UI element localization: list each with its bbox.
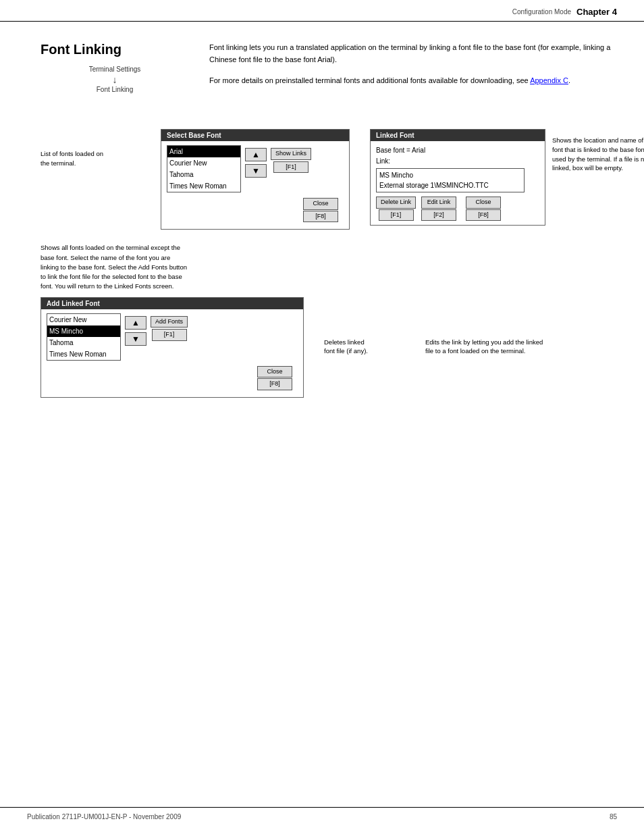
linked-font-section: Linked Font Base font = Arial Link: MS M… [370, 129, 644, 226]
select-base-close-key: [F8] [303, 211, 338, 223]
delete-link-button[interactable]: Delete Link [376, 197, 416, 209]
linked-font-body: Base font = Arial Link: MS Mincho Extern… [371, 141, 545, 225]
page-footer: Publication 2711P-UM001J-EN-P - November… [0, 807, 644, 820]
breadcrumb-arrow: ↓ [113, 75, 117, 84]
breadcrumb: Terminal Settings ↓ Font Linking [41, 64, 189, 95]
header-config-mode-label: Configuration Mode [512, 8, 571, 16]
delete-link-key: [F1] [379, 209, 414, 221]
base-font-label: Base font = Arial [376, 145, 539, 156]
show-links-key: [F1] [273, 161, 308, 174]
page-header: Configuration Mode Chapter 4 [0, 0, 644, 22]
page-title: Font Linking [41, 42, 189, 57]
edit-link-button[interactable]: Edit Link [421, 197, 456, 209]
bottom-annotation-row: Deletes linked font file (if any). Edits… [324, 338, 617, 357]
diagram-section: List of fonts loaded on the terminal. Se… [41, 129, 617, 398]
annotation-delete-link: Deletes linked font file (if any). [324, 338, 412, 357]
annotation-shows-all-fonts-row: Shows all fonts loaded on the terminal e… [41, 243, 617, 291]
appendix-c-link[interactable]: Appendix C [530, 76, 568, 84]
base-font-list[interactable]: Arial Courier New Tahoma Times New Roman [167, 145, 241, 192]
add-fonts-group: Add Fonts [F1] [151, 316, 188, 341]
annotation-shows-all-fonts: Shows all fonts loaded on the terminal e… [41, 243, 270, 291]
linked-font-box: Linked Font Base font = Arial Link: MS M… [370, 129, 545, 226]
add-linked-font-title: Add Linked Font [41, 298, 303, 309]
base-font-item-courier[interactable]: Courier New [167, 157, 240, 169]
linked-font-content: Base font = Arial Link: MS Mincho Extern… [376, 145, 539, 192]
linked-close-key: [F8] [466, 209, 501, 221]
add-linked-font-row: Courier New MS Mincho Tahoma Times New R… [47, 313, 298, 361]
intro-paragraph-2: For more details on preinstalled termina… [209, 75, 617, 87]
bottom-row: Add Linked Font Courier New MS Mincho Ta… [41, 297, 617, 398]
add-font-item-times[interactable]: Times New Roman [47, 348, 120, 360]
base-font-up-arrow[interactable]: ▲ [245, 148, 267, 161]
select-base-close-button[interactable]: Close [303, 198, 338, 210]
add-font-item-tahoma[interactable]: Tahoma [47, 337, 120, 348]
show-links-group: Show Links [F1] [271, 148, 311, 173]
add-linked-up-arrow[interactable]: ▲ [125, 316, 146, 330]
header-chapter-label: Chapter 4 [576, 7, 617, 17]
bottom-annotations: Deletes linked font file (if any). Edits… [324, 297, 617, 357]
add-font-item-msmincho[interactable]: MS Mincho [47, 325, 120, 337]
add-fonts-button[interactable]: Add Fonts [151, 316, 188, 328]
link-label: Link: [376, 156, 539, 167]
linked-font-buttons: Delete Link [F1] Edit Link [F2] Close [F… [376, 197, 539, 221]
add-linked-font-body: Courier New MS Mincho Tahoma Times New R… [41, 309, 303, 397]
select-base-font-title: Select Base Font [161, 130, 349, 141]
main-content: Font Linking Terminal Settings ↓ Font Li… [0, 22, 644, 136]
base-font-item-times[interactable]: Times New Roman [167, 180, 240, 192]
base-font-item-arial[interactable]: Arial [167, 146, 240, 157]
breadcrumb-parent: Terminal Settings [89, 64, 141, 75]
left-column: Font Linking Terminal Settings ↓ Font Li… [41, 42, 189, 109]
add-font-item-courier[interactable]: Courier New [47, 314, 120, 325]
select-base-font-row: Arial Courier New Tahoma Times New Roman… [167, 145, 344, 192]
add-linked-close-button[interactable]: Close [257, 366, 292, 378]
add-linked-font-box: Add Linked Font Courier New MS Mincho Ta… [41, 297, 304, 398]
annotation-font-list: List of fonts loaded on the terminal. [41, 129, 155, 168]
add-linked-font-arrows: ▲ ▼ [125, 316, 146, 346]
page-number: 85 [610, 813, 617, 820]
linked-font-path: MS Mincho External storage 1\MSMINCHO.TT… [376, 168, 525, 192]
edit-link-key: [F2] [421, 209, 456, 221]
show-links-button[interactable]: Show Links [271, 148, 311, 160]
add-linked-down-arrow[interactable]: ▼ [125, 332, 146, 346]
linked-font-title: Linked Font [371, 130, 545, 141]
select-base-font-body: Arial Courier New Tahoma Times New Roman… [161, 141, 349, 229]
base-font-item-tahoma[interactable]: Tahoma [167, 169, 240, 180]
base-font-down-arrow[interactable]: ▼ [245, 164, 267, 178]
add-fonts-key: [F1] [152, 329, 187, 341]
intro-paragraph-1: Font linking lets you run a translated a… [209, 42, 617, 66]
add-linked-font-footer: Close [F8] [47, 363, 298, 393]
breadcrumb-current: Font Linking [97, 84, 133, 95]
annotation-edit-link: Edits the link by letting you add the li… [425, 338, 560, 357]
right-column: Font linking lets you run a translated a… [209, 42, 617, 109]
base-font-arrows: ▲ ▼ [245, 148, 267, 178]
add-linked-close-key: [F8] [257, 378, 292, 390]
publication-info: Publication 2711P-UM001J-EN-P - November… [27, 813, 181, 820]
add-linked-font-list[interactable]: Courier New MS Mincho Tahoma Times New R… [47, 313, 121, 361]
annotation-linked-font-note: Shows the location and name of the font … [552, 129, 644, 173]
select-base-font-footer: Close [F8] [167, 195, 344, 225]
linked-close-button[interactable]: Close [466, 197, 501, 209]
select-base-font-box: Select Base Font Arial Courier New Tahom… [161, 129, 350, 230]
